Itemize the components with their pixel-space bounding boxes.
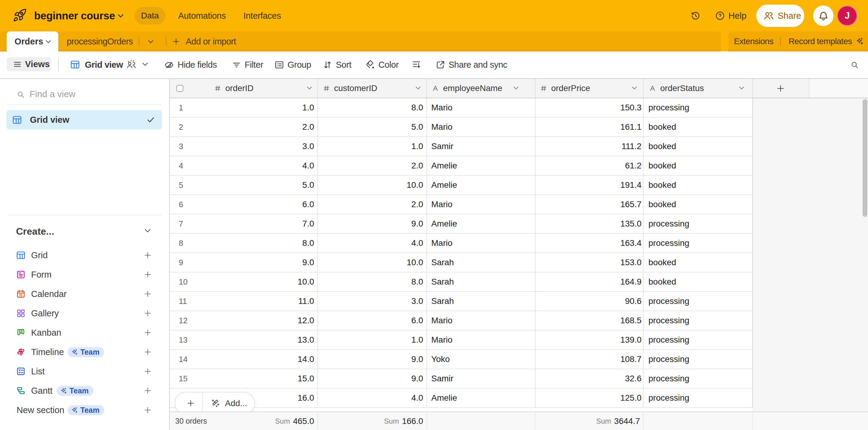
svg-text:31: 31 <box>19 293 23 297</box>
